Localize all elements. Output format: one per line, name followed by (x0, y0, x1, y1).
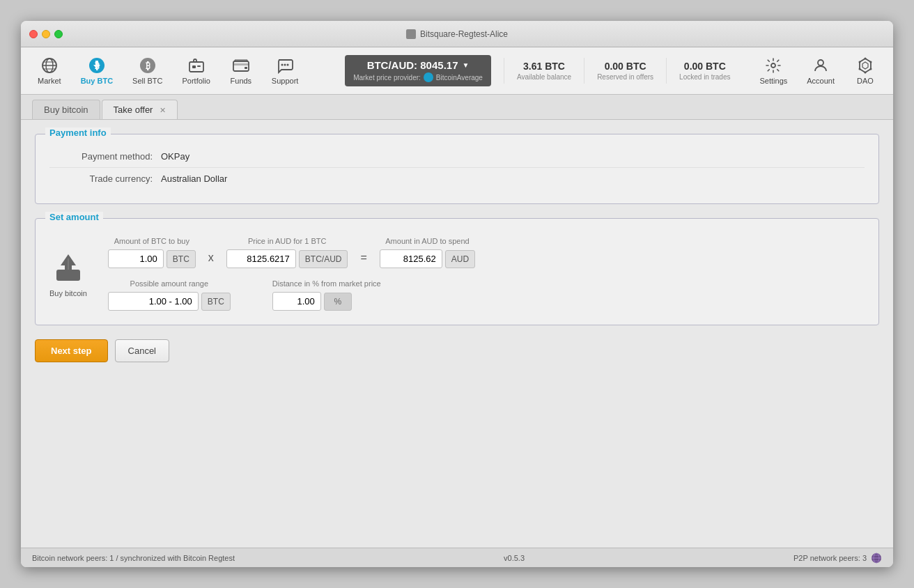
price-input[interactable] (226, 249, 296, 268)
main-window: Bitsquare-Regtest-Alice Market (21, 21, 893, 567)
maximize-button[interactable] (54, 30, 63, 38)
svg-rect-29 (56, 270, 80, 281)
nav-label-funds: Funds (231, 77, 252, 85)
market-price-label: BTC/AUD: 8045.17 (367, 59, 458, 71)
window-title: Bitsquare-Regtest-Alice (406, 29, 508, 39)
trade-currency-value: Australian Dollar (161, 173, 227, 184)
distance-input[interactable] (272, 292, 321, 311)
set-amount-title: Set amount (45, 212, 103, 222)
tab-buy-bitcoin[interactable]: Buy bitcoin (32, 100, 100, 119)
locked-amount: 0.00 BTC (684, 61, 726, 72)
sidebar-item-buy-btc[interactable]: ₿ Buy BTC (71, 52, 123, 89)
svg-rect-13 (233, 61, 249, 71)
equals-operator: = (357, 252, 369, 264)
price-group: Price in AUD for 1 BTC BTC/AUD (226, 237, 348, 268)
reserved-amount: 0.00 BTC (605, 61, 646, 72)
tor-icon (871, 552, 882, 564)
set-amount-section: Set amount Buy bitcoin (35, 218, 879, 325)
market-price-provider: Market price provider: BitcoinAverage (353, 72, 483, 82)
sidebar-item-funds[interactable]: Funds (220, 52, 262, 89)
distance-group: Distance in % from market price % (272, 279, 381, 311)
app-icon (406, 29, 416, 39)
tab-buy-bitcoin-label: Buy bitcoin (44, 105, 88, 115)
svg-marker-21 (860, 59, 871, 72)
nav-label-portfolio: Portfolio (182, 77, 210, 85)
nav-settings[interactable]: Settings (750, 52, 798, 89)
buy-icon-area: Buy bitcoin (49, 250, 87, 297)
price-label: Price in AUD for 1 BTC (226, 237, 348, 245)
market-price-widget[interactable]: BTC/AUD: 8045.17 ▼ Market price provider… (345, 55, 491, 86)
range-input[interactable] (108, 292, 199, 311)
btc-unit: BTC (166, 250, 196, 268)
aud-amount-input[interactable] (380, 249, 442, 268)
portfolio-icon (187, 56, 206, 75)
support-icon (276, 56, 294, 75)
trade-currency-label: Trade currency: (49, 173, 161, 184)
market-price-value: BTC/AUD: 8045.17 ▼ (367, 59, 470, 71)
calculation-row: Amount of BTC to buy BTC x Price in AUD … (108, 237, 865, 268)
statusbar: Bitcoin network peers: 1 / synchronized … (21, 548, 893, 567)
reserved-label: Reserved in offers (597, 73, 653, 81)
svg-rect-11 (192, 65, 196, 68)
locked-label: Locked in trades (679, 73, 730, 81)
sidebar-item-sell-btc[interactable]: ₿ Sell BTC (123, 52, 172, 89)
buy-bitcoin-icon (51, 250, 86, 285)
account-icon (812, 56, 830, 75)
aud-unit: AUD (445, 250, 475, 268)
statusbar-version: v0.5.3 (235, 554, 793, 562)
svg-rect-10 (189, 62, 203, 72)
distance-row: % (272, 292, 381, 311)
svg-point-26 (865, 72, 867, 74)
balance-reserved: 0.00 BTC Reserved in offers (584, 58, 666, 84)
nav-account[interactable]: Account (797, 52, 844, 89)
range-label: Possible amount range (108, 279, 231, 288)
statusbar-left: Bitcoin network peers: 1 / synchronized … (32, 554, 235, 562)
aud-amount-label: Amount in AUD to spend (380, 237, 475, 245)
sell-btc-icon: ₿ (139, 56, 157, 75)
traffic-lights (29, 30, 63, 38)
nav-label-sell-btc: Sell BTC (132, 77, 162, 85)
btc-amount-input[interactable] (108, 249, 164, 268)
balance-available: 3.61 BTC Available balance (504, 58, 584, 84)
sidebar-item-support[interactable]: Support (262, 52, 309, 89)
main-content: Payment info Payment method: OKPay Trade… (21, 120, 893, 548)
next-step-button[interactable]: Next step (35, 339, 108, 362)
dropdown-arrow-icon: ▼ (463, 61, 470, 69)
payment-method-label: Payment method: (49, 151, 161, 162)
dao-label: DAO (857, 77, 874, 85)
payment-info-section: Payment info Payment method: OKPay Trade… (35, 134, 879, 204)
button-row: Next step Cancel (35, 339, 879, 362)
cancel-button[interactable]: Cancel (115, 339, 169, 362)
settings-label: Settings (760, 77, 788, 85)
sidebar-item-portfolio[interactable]: Portfolio (172, 52, 219, 89)
p2p-peers-text: P2P network peers: 3 (793, 554, 867, 562)
aud-amount-group: Amount in AUD to spend AUD (380, 237, 475, 268)
set-amount-inner: Buy bitcoin Amount of BTC to buy BTC (49, 230, 865, 311)
svg-point-27 (859, 68, 861, 70)
globe-icon (40, 56, 59, 75)
tab-close-icon[interactable]: ✕ (160, 106, 166, 114)
svg-point-20 (818, 60, 823, 65)
nav-dao[interactable]: DAO (844, 52, 886, 89)
btc-amount-group: Amount of BTC to buy BTC (108, 237, 196, 268)
range-group: Possible amount range BTC (108, 279, 231, 311)
sidebar-item-market[interactable]: Market (28, 52, 71, 89)
range-distance-row: Possible amount range BTC Distance in % … (108, 279, 865, 311)
titlebar: Bitsquare-Regtest-Alice (21, 21, 893, 47)
dao-icon (856, 56, 874, 75)
payment-method-row: Payment method: OKPay (49, 146, 865, 168)
svg-point-28 (859, 61, 861, 63)
tab-take-offer[interactable]: Take offer ✕ (102, 100, 178, 119)
svg-point-25 (870, 68, 872, 70)
available-amount: 3.61 BTC (523, 61, 565, 72)
available-label: Available balance (517, 73, 571, 81)
close-button[interactable] (29, 30, 38, 38)
minimize-button[interactable] (42, 30, 50, 38)
statusbar-right: P2P network peers: 3 (793, 552, 882, 564)
payment-info-title: Payment info (45, 127, 111, 138)
aud-amount-row: AUD (380, 249, 475, 268)
payment-method-value: OKPay (161, 151, 189, 162)
price-unit: BTC/AUD (299, 250, 348, 268)
nav-label-support: Support (272, 77, 299, 85)
tabbar: Buy bitcoin Take offer ✕ (21, 95, 893, 120)
